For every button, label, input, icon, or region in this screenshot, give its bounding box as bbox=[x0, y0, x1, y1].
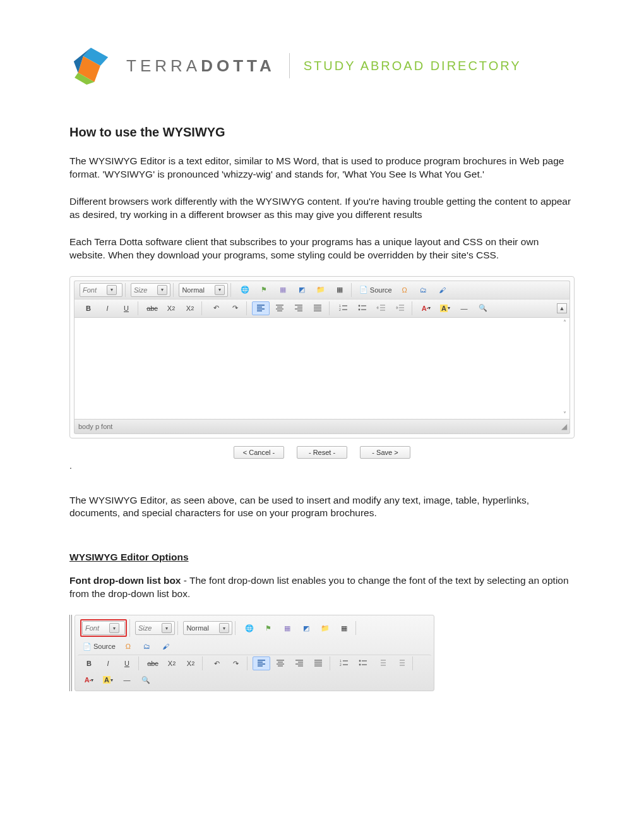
align-center-button[interactable] bbox=[271, 301, 289, 315]
numbered-list-button[interactable]: 12 bbox=[335, 656, 353, 670]
special-char-icon[interactable]: Ω bbox=[396, 283, 414, 297]
bulleted-list-button[interactable] bbox=[354, 301, 371, 315]
editor-content-area[interactable]: ˄ ˅ bbox=[74, 317, 570, 420]
table-icon[interactable]: ▦ bbox=[331, 283, 349, 297]
anchor-icon[interactable]: ⚑ bbox=[255, 283, 273, 297]
special-char-icon[interactable]: Ω bbox=[119, 639, 137, 653]
underline-button[interactable]: U bbox=[118, 656, 136, 670]
numbered-list-button[interactable]: 12 bbox=[335, 301, 352, 315]
size-select[interactable]: Size ▾ bbox=[131, 283, 170, 297]
indent-button[interactable] bbox=[392, 656, 410, 670]
svg-text:2: 2 bbox=[340, 663, 342, 667]
anchor-icon[interactable]: ⚑ bbox=[259, 621, 277, 635]
toolbar-row-1: Font ▾ Size ▾ Normal ▾ 🌐 ⚑ ▦ ◩ bbox=[74, 281, 570, 299]
snapshot-row-1: Font ▾ Size ▾ Normal ▾ bbox=[78, 618, 431, 655]
text-color-button[interactable]: A▪▾ bbox=[417, 301, 435, 315]
collapse-toolbar-button[interactable]: ▲ bbox=[557, 303, 567, 313]
intro-paragraph-1: The WYSIWYG Editor is a text editor, sim… bbox=[69, 155, 575, 181]
hr-button[interactable]: — bbox=[118, 673, 136, 687]
folder-icon[interactable]: 📁 bbox=[312, 283, 330, 297]
intro-paragraph-2: Different browsers work differently with… bbox=[69, 195, 575, 222]
undo-button[interactable]: ↶ bbox=[207, 301, 225, 315]
brand-divider bbox=[289, 53, 290, 78]
bg-color-button[interactable]: A▾ bbox=[436, 301, 454, 315]
folder-icon[interactable]: 📁 bbox=[316, 621, 334, 635]
link-icon[interactable]: 🌐 bbox=[236, 283, 254, 297]
cancel-button[interactable]: < Cancel - bbox=[234, 446, 284, 459]
font-select[interactable]: Font ▾ bbox=[80, 283, 122, 297]
flash-icon[interactable]: ◩ bbox=[297, 621, 315, 635]
reset-button[interactable]: - Reset - bbox=[297, 446, 347, 459]
table-icon[interactable]: ▦ bbox=[335, 621, 353, 635]
format-brush-icon[interactable]: 🖌 bbox=[157, 639, 175, 653]
source-button[interactable]: 📄Source bbox=[357, 283, 395, 297]
italic-button[interactable]: I bbox=[98, 301, 116, 315]
superscript-button[interactable]: X2 bbox=[182, 656, 200, 670]
separator-dot: . bbox=[69, 462, 575, 469]
align-right-button[interactable] bbox=[290, 301, 307, 315]
document-page: TERRADOTTA STUDY ABROAD DIRECTORY How to… bbox=[0, 0, 644, 834]
strike-button[interactable]: abc bbox=[144, 656, 162, 670]
italic-button[interactable]: I bbox=[99, 656, 117, 670]
editor-scrollbar[interactable]: ˄ ˅ bbox=[561, 319, 568, 418]
bold-button[interactable]: B bbox=[80, 656, 98, 670]
preview-button[interactable]: 🔍 bbox=[137, 673, 155, 687]
brand-logo-icon bbox=[69, 44, 112, 87]
size-select-label: Size bbox=[134, 286, 147, 294]
font-option-label: Font drop-down list box bbox=[69, 575, 181, 586]
format-select-label: Normal bbox=[182, 286, 204, 294]
undo-button[interactable]: ↶ bbox=[208, 656, 225, 670]
flash-icon[interactable]: ◩ bbox=[293, 283, 311, 297]
strike-button[interactable]: abc bbox=[143, 301, 161, 315]
toolbar-row-2: B I U abc X2 X2 ↶ ↷ bbox=[74, 299, 570, 317]
image-icon[interactable]: ▦ bbox=[278, 621, 296, 635]
svg-text:2: 2 bbox=[339, 308, 341, 311]
brand-name-light: TERRA bbox=[126, 56, 201, 75]
align-left-button[interactable] bbox=[253, 656, 270, 670]
svg-point-11 bbox=[359, 664, 361, 666]
font-select[interactable]: Font ▾ bbox=[82, 621, 125, 635]
status-path: body p font bbox=[78, 423, 112, 430]
templates-icon[interactable]: 🗂 bbox=[415, 283, 432, 297]
redo-button[interactable]: ↷ bbox=[227, 656, 244, 670]
bulleted-list-button[interactable] bbox=[354, 656, 372, 670]
image-icon[interactable]: ▦ bbox=[274, 283, 292, 297]
bg-color-button[interactable]: A▾ bbox=[99, 673, 117, 687]
preview-button[interactable]: 🔍 bbox=[474, 301, 492, 315]
outdent-button[interactable] bbox=[373, 301, 390, 315]
chevron-down-icon: ▾ bbox=[219, 623, 229, 633]
redo-button[interactable]: ↷ bbox=[226, 301, 244, 315]
templates-icon[interactable]: 🗂 bbox=[138, 639, 156, 653]
brand-name: TERRADOTTA bbox=[126, 56, 275, 76]
chevron-down-icon: ▾ bbox=[215, 285, 225, 295]
subscript-button[interactable]: X2 bbox=[162, 301, 180, 315]
superscript-button[interactable]: X2 bbox=[181, 301, 199, 315]
resize-grip-icon[interactable]: ◢ bbox=[561, 422, 566, 431]
size-select[interactable]: Size ▾ bbox=[135, 621, 175, 635]
align-justify-button[interactable] bbox=[309, 301, 326, 315]
hr-button[interactable]: — bbox=[455, 301, 473, 315]
svg-point-10 bbox=[359, 660, 361, 662]
brand-name-bold: DOTTA bbox=[201, 56, 275, 75]
svg-point-6 bbox=[359, 305, 361, 306]
underline-button[interactable]: U bbox=[117, 301, 135, 315]
align-center-button[interactable] bbox=[271, 656, 289, 670]
format-select[interactable]: Normal ▾ bbox=[183, 621, 232, 635]
align-left-button[interactable] bbox=[252, 301, 270, 315]
format-brush-icon[interactable]: 🖌 bbox=[434, 283, 451, 297]
indent-button[interactable] bbox=[391, 301, 409, 315]
align-right-button[interactable] bbox=[290, 656, 308, 670]
save-button[interactable]: - Save > bbox=[360, 446, 410, 459]
chevron-down-icon: ▾ bbox=[162, 623, 172, 633]
editor-action-row: < Cancel - - Reset - - Save > bbox=[69, 446, 575, 459]
format-select[interactable]: Normal ▾ bbox=[179, 283, 227, 297]
align-justify-button[interactable] bbox=[309, 656, 327, 670]
text-color-button[interactable]: A▪▾ bbox=[80, 673, 98, 687]
link-icon[interactable]: 🌐 bbox=[241, 621, 258, 635]
page-title: How to use the WYSIWYG bbox=[69, 125, 575, 140]
subscript-button[interactable]: X2 bbox=[163, 656, 181, 670]
bold-button[interactable]: B bbox=[80, 301, 97, 315]
outdent-button[interactable] bbox=[373, 656, 391, 670]
source-button[interactable]: 📄Source bbox=[80, 639, 118, 653]
font-select-highlight: Font ▾ bbox=[80, 619, 127, 637]
